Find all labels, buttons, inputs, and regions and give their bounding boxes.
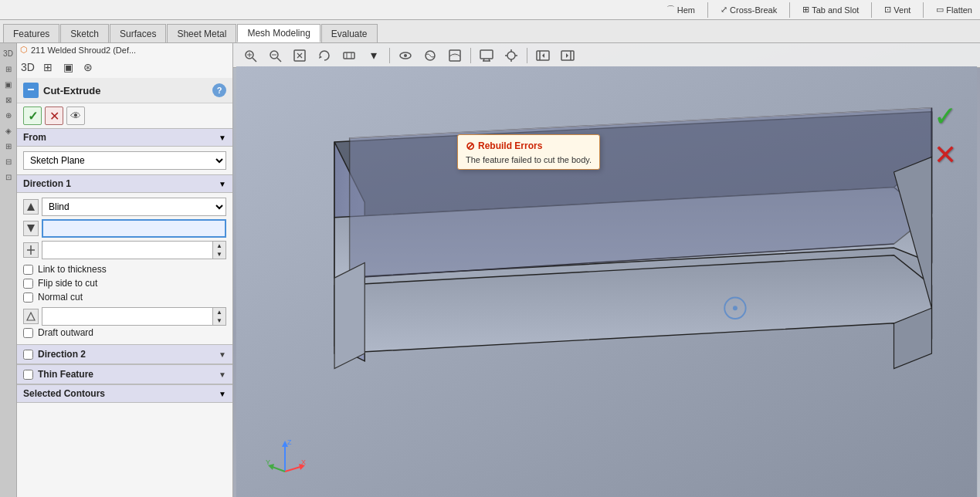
hem-btn[interactable]: ⌒ Hem [662, 2, 700, 19]
svg-rect-23 [480, 50, 493, 59]
link-to-thickness-label[interactable]: Link to thickness [38, 264, 107, 275]
direction1-type-dropdown[interactable]: Blind Through All Through All - Both Up … [42, 198, 226, 216]
selected-contours-collapse-icon: ▼ [219, 390, 226, 398]
link-to-thickness-checkbox[interactable] [23, 265, 33, 275]
draft-spinbox-btns: ▲ ▼ [213, 307, 226, 326]
view-icon-2[interactable]: ▣ [2, 77, 15, 91]
direction2-left: Direction 2 [23, 349, 86, 360]
panel-toolbar-btn1[interactable]: ⊞ [39, 58, 57, 76]
panel-toolbar-btn2[interactable]: ▣ [59, 58, 77, 76]
view-icon-5[interactable]: ◈ [2, 123, 15, 137]
left-icon-bar: 3D ⊞ ▣ ⊠ ⊕ ◈ ⊞ ⊟ ⊡ [0, 43, 17, 497]
depth-text-input[interactable] [42, 219, 226, 238]
3d-view-btn[interactable]: 3D [19, 58, 37, 76]
tab-features[interactable]: Features [3, 24, 59, 42]
tab-bar: Features Sketch Surfaces Sheet Metal Mes… [0, 20, 980, 43]
tab-sheet-metal[interactable]: Sheet Metal [167, 24, 236, 42]
vent-icon: ⊡ [884, 5, 891, 15]
vp-zoom-out-btn[interactable] [264, 45, 286, 66]
flip-side-label[interactable]: Flip side to cut [38, 278, 97, 289]
svg-marker-37 [566, 53, 568, 58]
viewport-check-button[interactable]: ✓ [926, 97, 965, 136]
draft-value-input[interactable] [42, 307, 213, 326]
draft-value-wrap: ▲ ▼ [42, 307, 226, 326]
vp-expand-right-btn[interactable] [557, 45, 578, 66]
svg-line-8 [253, 58, 256, 62]
vp-appearance-btn[interactable] [419, 45, 441, 66]
viewport-cross-button[interactable]: ✕ [926, 136, 965, 174]
draft-outward-checkbox[interactable] [23, 328, 33, 338]
direction2-section-header[interactable]: Direction 2 ▼ [17, 344, 232, 364]
vp-hide-show-btn[interactable] [395, 45, 416, 66]
view-icon-6[interactable]: ⊞ [2, 139, 15, 153]
cancel-button[interactable]: ✕ [45, 106, 63, 125]
dir1-arrow-btn[interactable] [23, 199, 39, 215]
panel-toolbar: 3D ⊞ ▣ ⊛ [17, 56, 232, 78]
feature-title: Cut-Extrude [43, 85, 208, 96]
depth-spinbox-row: 0.10in ▲ ▼ [23, 241, 226, 259]
flip-side-row: Flip side to cut [23, 276, 226, 290]
vent-btn[interactable]: ⊡ Vent [880, 2, 915, 19]
view-icon-3[interactable]: ⊠ [2, 93, 15, 106]
from-section-header[interactable]: From ▼ [17, 128, 232, 147]
selected-contours-section-header[interactable]: Selected Contours ▼ [17, 384, 232, 403]
vp-expand-left-btn[interactable] [532, 45, 554, 66]
top-toolbar: ⌒ Hem ⤢ Cross-Break ⊞ Tab and Slot ⊡ Ven… [0, 0, 980, 20]
vp-monitor-btn[interactable] [476, 45, 497, 66]
normal-cut-row: Normal cut [23, 290, 226, 304]
svg-rect-16 [344, 52, 354, 59]
view-icon-1[interactable]: ⊞ [2, 62, 15, 76]
breadcrumb-text: 211 Welded Shroud2 (Def... [31, 46, 136, 55]
vp-zoom-fit-btn[interactable] [239, 45, 261, 66]
tab-mesh-modeling[interactable]: Mesh Modeling [237, 24, 320, 42]
from-dropdown[interactable]: Sketch Plane Surface/Face/Plane Vertex O… [23, 151, 226, 170]
direction2-collapse-icon: ▼ [219, 350, 226, 359]
depth-spinbox-input[interactable]: 0.10in [42, 241, 213, 259]
svg-point-20 [404, 54, 407, 57]
tab-slot-label: Tab and Slot [812, 5, 859, 15]
depth-spinbox-wrap: 0.10in ▲ ▼ [42, 241, 226, 259]
svg-marker-2 [27, 203, 35, 211]
view-3d-btn[interactable]: 3D [2, 46, 15, 60]
panel-toolbar-btn3[interactable]: ⊛ [79, 58, 97, 76]
depth-dir-btn[interactable] [23, 221, 39, 236]
flip-side-checkbox[interactable] [23, 279, 33, 289]
vp-render-btn[interactable] [500, 45, 522, 66]
tab-slot-btn[interactable]: ⊞ Tab and Slot [798, 2, 863, 19]
preview-button[interactable]: 👁 [66, 106, 85, 125]
vp-display-btn[interactable]: ▾ [363, 45, 385, 66]
ok-button[interactable]: ✓ [23, 106, 42, 125]
tab-surfaces[interactable]: Surfaces [110, 24, 166, 42]
rebuild-error-title: ⊘ Rebuild Errors [466, 140, 592, 152]
normal-cut-checkbox[interactable] [23, 292, 33, 303]
svg-marker-15 [319, 56, 322, 59]
tab-evaluate[interactable]: Evaluate [321, 24, 378, 42]
action-row: ✓ ✕ 👁 [17, 103, 232, 128]
thin-feature-checkbox[interactable] [23, 370, 33, 380]
vp-rotate-btn[interactable] [314, 45, 335, 66]
normal-cut-label[interactable]: Normal cut [38, 292, 83, 303]
direction1-section-header[interactable]: Direction 1 ▼ [17, 174, 232, 193]
feature-icon [23, 83, 39, 98]
draft-outward-label[interactable]: Draft outward [38, 327, 93, 338]
side-panel: ⬡ 211 Welded Shroud2 (Def... 3D ⊞ ▣ ⊛ Cu… [17, 43, 233, 497]
view-icon-4[interactable]: ⊕ [2, 108, 15, 122]
direction2-checkbox[interactable] [23, 350, 33, 360]
spin-up-btn[interactable]: ▲ [213, 242, 226, 250]
view-icon-7[interactable]: ⊟ [2, 154, 15, 168]
from-section-content: Sketch Plane Surface/Face/Plane Vertex O… [17, 147, 232, 174]
spin-down-btn[interactable]: ▼ [213, 250, 226, 259]
thin-feature-section-header[interactable]: Thin Feature ▼ [17, 364, 232, 384]
vp-view-orient-btn[interactable] [338, 45, 360, 66]
draft-spin-dn[interactable]: ▼ [213, 316, 226, 325]
help-button[interactable]: ? [212, 83, 226, 97]
tab-sketch[interactable]: Sketch [60, 24, 109, 42]
draft-outward-row: Draft outward [23, 326, 226, 340]
vp-scenes-btn[interactable] [444, 45, 466, 66]
vp-zoom-to-sel-btn[interactable] [289, 45, 310, 66]
flatten-icon: ▭ [936, 5, 944, 15]
flatten-btn[interactable]: ▭ Flatten [931, 2, 977, 19]
draft-spin-up[interactable]: ▲ [213, 308, 226, 316]
cross-break-btn[interactable]: ⤢ Cross-Break [716, 2, 782, 19]
view-icon-8[interactable]: ⊡ [2, 170, 15, 184]
